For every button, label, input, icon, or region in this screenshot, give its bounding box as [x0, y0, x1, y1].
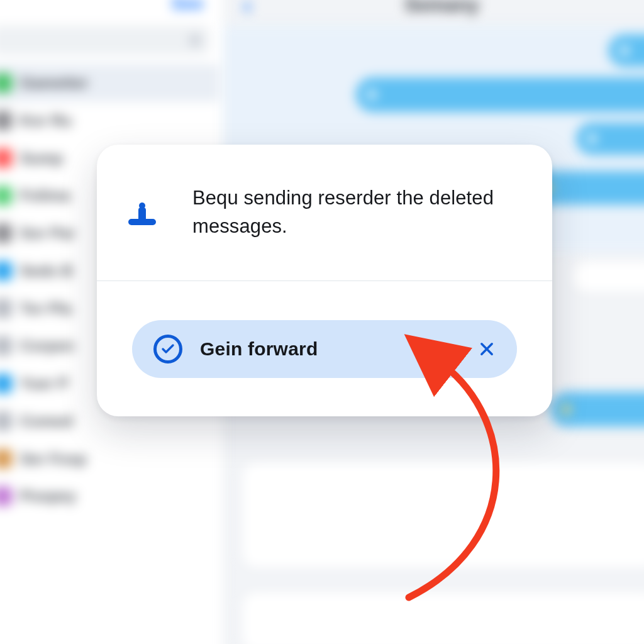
forward-chip[interactable]: Gein forward [132, 320, 517, 378]
list-item[interactable]: Gametter [0, 64, 219, 102]
dialog-header: Bequ sending reserder the deleted messag… [97, 145, 552, 280]
forward-chip-label: Gein forward [200, 338, 318, 360]
stamp-icon [127, 197, 157, 228]
list-item[interactable]: Kor Ru [0, 102, 219, 140]
list-item[interactable]: Ser Fosp [0, 440, 219, 477]
search-input[interactable] [0, 25, 210, 55]
chat-title: Semany [223, 0, 644, 16]
sidebar-header-action[interactable]: See [171, 0, 203, 14]
check-circle-icon [153, 335, 182, 364]
dialog-message: Bequ sending reserder the deleted messag… [192, 184, 494, 241]
close-icon[interactable] [475, 338, 498, 360]
dialog-actions: Gein forward [97, 281, 552, 416]
list-item[interactable]: Poopey [0, 477, 219, 515]
delete-dialog: Bequ sending reserder the deleted messag… [97, 145, 552, 416]
